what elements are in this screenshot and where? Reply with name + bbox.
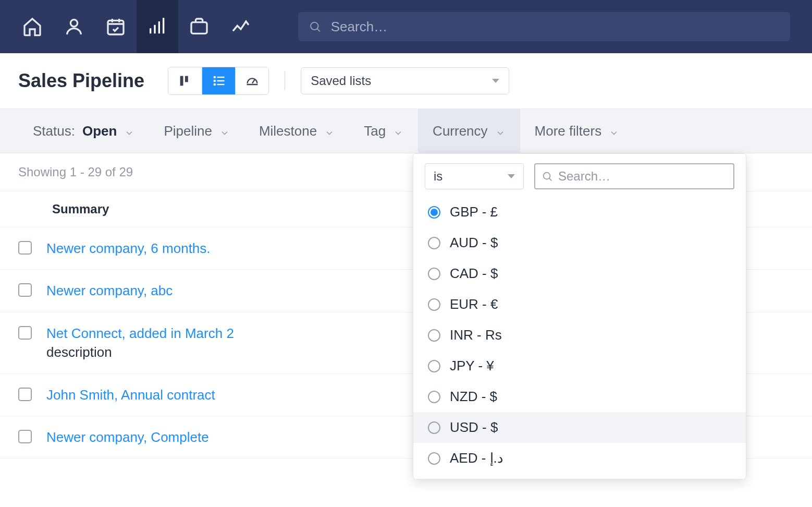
currency-option-label: INR - Rs	[450, 327, 502, 343]
svg-rect-9	[217, 80, 224, 81]
row-link[interactable]: Newer company, 6 months.	[46, 240, 211, 256]
svg-rect-5	[185, 76, 188, 82]
row-checkbox[interactable]	[18, 283, 32, 297]
svg-point-10	[213, 83, 216, 86]
radio-icon	[428, 391, 440, 403]
chevron-down-icon	[508, 174, 515, 178]
radio-icon	[428, 329, 440, 342]
currency-search-input[interactable]	[558, 169, 727, 184]
briefcase-icon[interactable]	[178, 0, 220, 53]
svg-point-0	[70, 20, 77, 27]
radio-icon	[428, 421, 440, 434]
global-search[interactable]	[298, 12, 790, 41]
currency-option-label: CAD - $	[450, 265, 498, 282]
person-icon[interactable]	[53, 0, 95, 53]
top-nav	[0, 0, 812, 53]
currency-option-label: EUR - €	[450, 296, 498, 312]
filter-milestone[interactable]: Milestone	[244, 108, 349, 153]
currency-option-label: USD - $	[450, 419, 498, 436]
chevron-down-icon	[324, 126, 335, 136]
currency-option[interactable]: EUR - €	[413, 289, 746, 320]
pipeline-icon[interactable]	[137, 0, 178, 53]
radio-icon	[428, 298, 440, 311]
currency-option[interactable]: AED - د.إ	[413, 443, 746, 474]
currency-option-label: AED - د.إ	[450, 450, 503, 466]
svg-rect-1	[108, 20, 124, 34]
row-checkbox[interactable]	[18, 241, 32, 255]
currency-option[interactable]: AUD - $	[413, 227, 746, 258]
currency-option-label: JPY - ¥	[450, 358, 494, 374]
saved-lists-dropdown[interactable]: Saved lists	[301, 67, 509, 94]
svg-rect-11	[217, 84, 224, 85]
currency-option-label: AUD - $	[450, 235, 498, 251]
radio-icon	[428, 206, 440, 219]
currency-option[interactable]: INR - Rs	[413, 320, 746, 351]
filter-currency[interactable]: Currency	[418, 108, 520, 153]
svg-rect-4	[180, 76, 183, 86]
page-header: Sales Pipeline Saved lists	[0, 53, 812, 108]
chevron-down-icon	[219, 126, 230, 136]
svg-point-3	[311, 22, 318, 30]
home-icon[interactable]	[11, 0, 53, 53]
global-search-input[interactable]	[331, 19, 780, 35]
row-checkbox[interactable]	[18, 388, 32, 401]
svg-point-12	[544, 173, 550, 179]
row-link[interactable]: Newer company, Complete	[46, 429, 209, 445]
search-icon	[542, 171, 553, 182]
row-body: Newer company, Complete	[46, 428, 209, 446]
chevron-down-icon	[393, 126, 403, 136]
row-link[interactable]: John Smith, Annual contract	[46, 387, 215, 403]
filter-status[interactable]: Status: Open	[18, 108, 149, 153]
currency-option[interactable]: NZD - $	[413, 381, 746, 412]
view-board-button[interactable]	[168, 67, 202, 94]
currency-option-label: NZD - $	[450, 389, 497, 405]
radio-icon	[428, 268, 440, 280]
svg-point-6	[213, 76, 216, 79]
radio-icon	[428, 237, 440, 249]
row-checkbox[interactable]	[18, 326, 32, 340]
row-link[interactable]: Newer company, abc	[46, 283, 173, 298]
row-body: Newer company, 6 months.	[46, 239, 211, 258]
svg-rect-7	[217, 77, 224, 78]
chevron-down-icon	[492, 79, 499, 83]
radio-icon	[428, 360, 440, 372]
operator-select[interactable]: is	[425, 163, 524, 189]
row-checkbox[interactable]	[18, 430, 32, 443]
currency-option[interactable]: CAD - $	[413, 258, 746, 289]
currency-dropdown: is GBP - £AUD - $CAD - $EUR - €INR - RsJ…	[413, 153, 746, 479]
currency-option[interactable]: GBP - £	[413, 197, 746, 227]
svg-point-8	[213, 80, 216, 82]
currency-options: GBP - £AUD - $CAD - $EUR - €INR - RsJPY …	[413, 197, 746, 474]
page-title: Sales Pipeline	[18, 70, 144, 92]
row-description: description	[46, 343, 234, 361]
chevron-down-icon	[495, 126, 506, 136]
row-body: John Smith, Annual contract	[46, 385, 215, 404]
row-body: Newer company, abc	[46, 281, 173, 300]
view-toggle	[168, 67, 269, 95]
currency-option[interactable]: USD - $	[413, 412, 746, 443]
svg-rect-2	[191, 22, 207, 34]
radio-icon	[428, 452, 440, 465]
separator	[285, 71, 285, 90]
chevron-down-icon	[609, 126, 619, 136]
view-list-button[interactable]	[202, 67, 235, 94]
filter-more[interactable]: More filters	[520, 108, 634, 153]
nav-icons	[11, 0, 262, 53]
filter-pipeline[interactable]: Pipeline	[149, 108, 244, 153]
saved-lists-label: Saved lists	[311, 74, 371, 88]
analytics-icon[interactable]	[220, 0, 262, 53]
currency-search[interactable]	[534, 163, 734, 189]
row-body: Net Connect, added in March 2description	[46, 324, 234, 362]
row-link[interactable]: Net Connect, added in March 2	[46, 325, 234, 341]
filter-bar: Status: Open Pipeline Milestone Tag Curr…	[0, 108, 812, 153]
currency-option-label: GBP - £	[450, 204, 498, 220]
search-icon	[309, 20, 322, 33]
filter-tag[interactable]: Tag	[349, 108, 418, 153]
chevron-down-icon	[124, 126, 134, 136]
currency-option[interactable]: JPY - ¥	[413, 351, 746, 381]
calendar-icon[interactable]	[95, 0, 137, 53]
view-dashboard-button[interactable]	[235, 67, 268, 94]
